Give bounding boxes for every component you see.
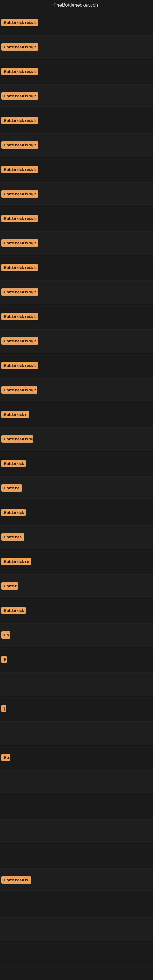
bottleneck-badge-9: Bottleneck result [1, 215, 38, 222]
site-title-container: TheBottlenecker.com [0, 0, 153, 10]
result-row-4: Bottleneck result [0, 84, 153, 108]
result-row-25: Bottleneck [0, 598, 153, 623]
bottleneck-badge-2: Bottleneck result [1, 43, 38, 51]
bottleneck-badge-18: Bottleneck resu [1, 436, 33, 442]
bottleneck-badge-27: B [1, 656, 7, 663]
result-row-28 [0, 672, 153, 697]
result-row-33 [0, 794, 153, 819]
site-title: TheBottlenecker.com [0, 0, 153, 10]
result-row-24: Bottler [0, 574, 153, 598]
result-row-8: Bottleneck result [0, 182, 153, 207]
result-row-32 [0, 770, 153, 794]
bottleneck-badge-19: Bottleneck [1, 460, 26, 467]
bottleneck-badge-16: Bottleneck result [1, 387, 37, 393]
result-row-9: Bottleneck result [0, 207, 153, 231]
result-row-39 [0, 942, 153, 966]
bottleneck-badge-25: Bottleneck [1, 607, 26, 614]
bottleneck-badge-3: Bottleneck result [1, 68, 38, 75]
result-row-34 [0, 819, 153, 843]
bottleneck-badge-12: Bottleneck result [1, 288, 38, 296]
result-row-17: Bottleneck r [0, 402, 153, 427]
result-row-2: Bottleneck result [0, 35, 153, 59]
result-row-27: B [0, 648, 153, 672]
result-row-6: Bottleneck result [0, 133, 153, 158]
bottleneck-badge-26: Bo [1, 632, 10, 638]
result-row-10: Bottleneck result [0, 231, 153, 255]
bottleneck-badge-22: Bottlenec [1, 533, 24, 541]
result-row-19: Bottleneck [0, 452, 153, 476]
result-row-7: Bottleneck result [0, 158, 153, 182]
bottleneck-badge-17: Bottleneck r [1, 411, 29, 418]
result-row-23: Bottleneck re [0, 549, 153, 574]
bottleneck-badge-13: Bottleneck result [1, 313, 38, 320]
result-row-21: Bottleneck [0, 500, 153, 525]
bottleneck-badge-8: Bottleneck result [1, 191, 38, 197]
result-row-1: Bottleneck result [0, 10, 153, 35]
result-row-30 [0, 721, 153, 745]
result-row-15: Bottleneck result [0, 353, 153, 378]
bottleneck-badge-14: Bottleneck result [1, 337, 38, 345]
result-row-5: Bottleneck result [0, 108, 153, 133]
bottleneck-badge-4: Bottleneck result [1, 92, 38, 100]
bottleneck-badge-6: Bottleneck result [1, 142, 38, 148]
bottleneck-badge-15: Bottleneck result [1, 362, 38, 369]
result-row-18: Bottleneck resu [0, 427, 153, 452]
bottleneck-badge-11: Bottleneck result [1, 264, 38, 271]
result-row-22: Bottlenec [0, 525, 153, 549]
result-row-13: Bottleneck result [0, 304, 153, 329]
result-row-20: Bottlene [0, 476, 153, 500]
bottleneck-badge-7: Bottleneck result [1, 166, 38, 173]
bottleneck-badge-1: Bottleneck result [1, 19, 38, 26]
bottleneck-badge-20: Bottlene [1, 485, 22, 492]
result-row-29: | [0, 697, 153, 721]
result-row-35 [0, 843, 153, 868]
result-row-16: Bottleneck result [0, 378, 153, 402]
result-row-36: Bottleneck re [0, 868, 153, 892]
result-row-3: Bottleneck result [0, 59, 153, 84]
result-row-31: Bo [0, 745, 153, 770]
result-row-38 [0, 917, 153, 942]
bottleneck-badge-36: Bottleneck re [1, 877, 31, 883]
bottleneck-badge-29: | [1, 705, 6, 712]
result-row-14: Bottleneck result [0, 329, 153, 353]
result-row-26: Bo [0, 623, 153, 648]
bottleneck-badge-21: Bottleneck [1, 509, 26, 516]
results-list: Bottleneck resultBottleneck resultBottle… [0, 10, 153, 966]
bottleneck-badge-23: Bottleneck re [1, 558, 31, 565]
bottleneck-badge-10: Bottleneck result [1, 240, 38, 247]
bottleneck-badge-31: Bo [1, 754, 10, 761]
bottleneck-badge-5: Bottleneck result [1, 117, 38, 124]
result-row-11: Bottleneck result [0, 255, 153, 280]
bottleneck-badge-24: Bottler [1, 582, 18, 590]
result-row-12: Bottleneck result [0, 280, 153, 304]
result-row-37 [0, 892, 153, 917]
